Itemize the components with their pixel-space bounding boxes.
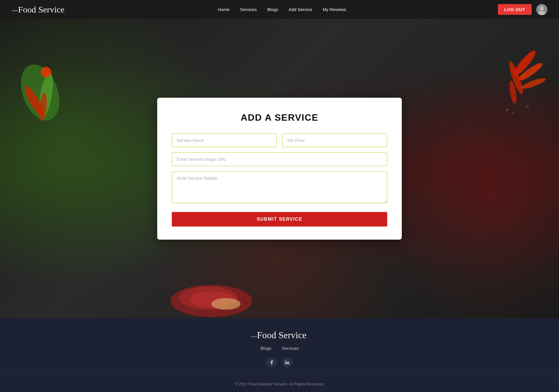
linkedin-icon[interactable] <box>282 357 293 368</box>
footer: —Food Service. Blogs Services © 2022 Foo… <box>0 318 559 392</box>
service-details-textarea[interactable] <box>172 171 387 203</box>
form-row-name-price <box>172 133 387 147</box>
nav-add-service[interactable]: Add Service <box>289 7 312 12</box>
hero-section: ADD A SERVICE SUBMIT SERVICE <box>0 19 559 318</box>
service-name-group <box>172 133 277 147</box>
footer-link-blogs[interactable]: Blogs <box>260 346 271 351</box>
footer-logo: —Food Service. <box>251 330 308 340</box>
service-name-input[interactable] <box>172 133 277 147</box>
facebook-icon[interactable] <box>266 357 277 368</box>
brand-logo-area: —Food Service. <box>12 5 66 14</box>
footer-links: Blogs Services <box>260 346 298 351</box>
image-url-input[interactable] <box>172 152 387 166</box>
svg-rect-20 <box>285 362 286 364</box>
add-service-form: ADD A SERVICE SUBMIT SERVICE <box>157 98 402 240</box>
set-price-input[interactable] <box>282 133 387 147</box>
navbar: —Food Service. Home Services Blogs Add S… <box>0 0 559 19</box>
image-url-row <box>172 152 387 166</box>
nav-blogs[interactable]: Blogs <box>267 7 278 12</box>
nav-links: Home Services Blogs Add Service My Revie… <box>218 7 346 12</box>
svg-point-1 <box>540 6 544 11</box>
nav-services[interactable]: Services <box>240 7 257 12</box>
nav-right: LOG OUT <box>498 4 547 15</box>
footer-copyright: © 2022 Food Delivery Service. All Rights… <box>235 376 325 392</box>
form-title: ADD A SERVICE <box>172 112 387 123</box>
set-price-group <box>282 133 387 147</box>
service-details-row <box>172 171 387 204</box>
brand-logo: —Food Service. <box>12 5 66 14</box>
nav-my-reviews[interactable]: My Reviews <box>323 7 346 12</box>
svg-point-21 <box>285 360 286 361</box>
footer-social <box>266 357 293 368</box>
avatar[interactable] <box>536 4 547 15</box>
submit-service-button[interactable]: SUBMIT SERVICE <box>172 212 387 227</box>
nav-home[interactable]: Home <box>218 7 229 12</box>
footer-link-services[interactable]: Services <box>282 346 299 351</box>
logout-button[interactable]: LOG OUT <box>498 4 532 15</box>
